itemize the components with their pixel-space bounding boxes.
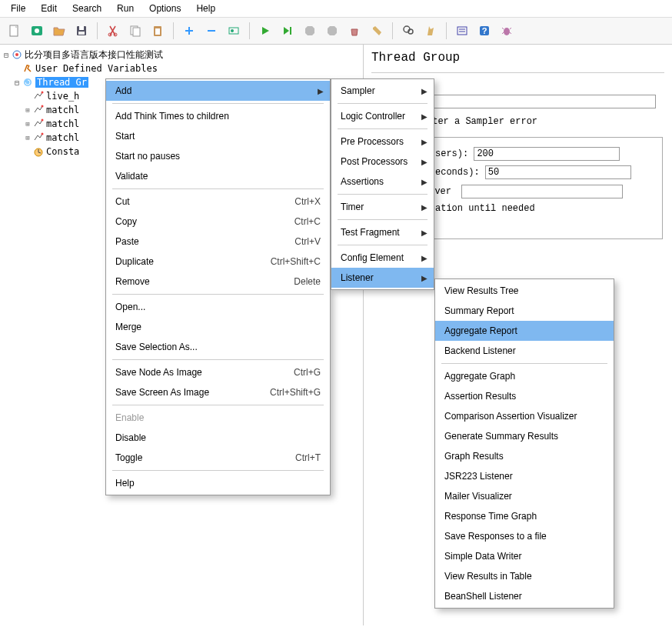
menu-item-label: Test Fragment [341, 227, 424, 238]
tree-udv[interactable]: User Defined Variables [2, 62, 361, 75]
menu-item[interactable]: DuplicateCtrl+Shift+C [106, 252, 330, 272]
help-icon[interactable]: ? [474, 21, 494, 41]
function-icon[interactable] [452, 21, 472, 41]
menu-item[interactable]: Open... [106, 297, 330, 317]
reset-search-icon[interactable] [421, 21, 441, 41]
collapse-icon[interactable] [201, 21, 221, 41]
context-menu: Add▶Add Think Times to childrenStartStar… [105, 78, 331, 495]
tree-toggle-icon[interactable]: ⊞ [23, 106, 32, 114]
menu-item[interactable]: Merge [106, 317, 330, 337]
menu-item[interactable]: Pre Processors▶ [331, 132, 434, 152]
expand-icon[interactable] [179, 21, 199, 41]
menu-item[interactable]: Listener▶ [331, 268, 434, 288]
toggle-icon[interactable] [224, 21, 244, 41]
menu-item[interactable]: Response Time Graph [435, 506, 614, 526]
context-submenu-add: Sampler▶Logic Controller▶Pre Processors▶… [331, 78, 434, 290]
menu-item[interactable]: Start [106, 126, 330, 146]
menu-search[interactable]: Search [65, 2, 109, 15]
tree-toggle-icon[interactable]: ⊞ [23, 134, 32, 142]
menu-options[interactable]: Options [141, 2, 188, 15]
menu-item[interactable]: PasteCtrl+V [106, 232, 330, 252]
menu-item-label: Save Selection As... [115, 342, 321, 352]
menu-item[interactable]: Save Selection As... [106, 337, 330, 357]
menu-file[interactable]: File [3, 2, 33, 15]
menu-item-label: Save Screen As Image [115, 387, 251, 398]
menu-item-label: BeanShell Listener [444, 591, 604, 602]
paste-icon[interactable] [148, 21, 168, 41]
menu-item[interactable]: Simple Data Writer [435, 546, 614, 566]
menu-item[interactable]: Save Responses to a file [435, 526, 614, 546]
clear-icon[interactable] [344, 21, 364, 41]
menu-item[interactable]: Validate [106, 166, 330, 186]
new-icon[interactable] [5, 21, 25, 41]
start-icon[interactable] [255, 21, 275, 41]
menu-item[interactable]: Help [106, 473, 330, 493]
menu-item[interactable]: JSR223 Listener [435, 466, 614, 486]
menu-help[interactable]: Help [188, 2, 223, 15]
tree-toggle-icon[interactable]: ⊞ [23, 120, 32, 128]
menu-separator [338, 128, 427, 129]
menu-item[interactable]: Sampler▶ [331, 81, 434, 101]
bug-icon[interactable] [497, 21, 517, 41]
cut-icon[interactable] [103, 21, 123, 41]
tree-toggle-icon[interactable]: ⊟ [12, 78, 22, 87]
menu-item[interactable]: Comparison Assertion Visualizer [435, 406, 614, 426]
menu-item[interactable]: Save Node As ImageCtrl+G [106, 362, 330, 382]
menu-separator [338, 219, 427, 220]
menu-item[interactable]: Save Screen As ImageCtrl+Shift+G [106, 382, 330, 402]
menu-item[interactable]: Backend Listener [435, 341, 614, 361]
menu-item[interactable]: Summary Report [435, 301, 614, 321]
tree-root[interactable]: ⊟ 比分项目多语言版本接口性能测试 [2, 48, 361, 62]
clearall-icon[interactable] [367, 21, 387, 41]
menu-item[interactable]: Add Think Times to children [106, 106, 330, 126]
menu-item[interactable]: CutCtrl+X [106, 192, 330, 212]
menu-item[interactable]: Assertions▶ [331, 172, 434, 192]
menu-item[interactable]: Start no pauses [106, 146, 330, 166]
menu-separator [112, 103, 324, 104]
menu-edit[interactable]: Edit [33, 2, 65, 15]
menu-separator [112, 294, 324, 295]
templates-icon[interactable] [27, 21, 47, 41]
menu-item[interactable]: Mailer Visualizer [435, 486, 614, 506]
menu-item[interactable]: Config Element▶ [331, 248, 434, 268]
menu-item-label: Toggle [115, 452, 277, 463]
menu-item[interactable]: RemoveDelete [106, 272, 330, 292]
menu-item[interactable]: Post Processors▶ [331, 152, 434, 172]
shutdown-icon[interactable] [322, 21, 342, 41]
menu-separator [112, 470, 324, 471]
start-noramp-icon[interactable] [278, 21, 298, 41]
search-icon[interactable] [398, 21, 418, 41]
menu-item[interactable]: ToggleCtrl+T [106, 448, 330, 468]
threads-input[interactable] [474, 147, 620, 161]
menu-item[interactable]: Add▶ [106, 81, 330, 101]
menu-shortcut: Ctrl+C [294, 216, 321, 227]
tree-toggle-icon[interactable]: ⊟ [2, 51, 11, 59]
menu-item[interactable]: View Results in Table [435, 566, 614, 586]
svg-rect-14 [290, 27, 291, 35]
stop-icon[interactable] [300, 21, 320, 41]
menu-item[interactable]: BeanShell Listener [435, 586, 614, 606]
menu-item[interactable]: Test Fragment▶ [331, 222, 434, 242]
menu-item[interactable]: Aggregate Graph [435, 366, 614, 386]
open-icon[interactable] [49, 21, 69, 41]
menu-item[interactable]: Timer▶ [331, 197, 434, 217]
svg-text:?: ? [482, 26, 487, 35]
menu-separator [112, 405, 324, 405]
menu-item-label: Copy [115, 216, 276, 227]
menu-item[interactable]: View Results Tree [435, 281, 614, 301]
menu-item-label: View Results in Table [444, 571, 604, 582]
menu-item[interactable]: Logic Controller▶ [331, 106, 434, 126]
menu-run[interactable]: Run [109, 2, 141, 15]
save-icon[interactable] [72, 21, 91, 41]
menu-item[interactable]: Disable [106, 428, 330, 448]
tree-label: User Defined Variables [35, 63, 158, 74]
menu-item[interactable]: Aggregate Report [435, 321, 614, 341]
menu-item[interactable]: Assertion Results [435, 386, 614, 406]
context-submenu-listener: View Results TreeSummary ReportAggregate… [434, 278, 614, 609]
loop-count-input[interactable] [461, 185, 623, 198]
copy-icon[interactable] [125, 21, 145, 41]
menu-item[interactable]: Graph Results [435, 446, 614, 466]
ramp-input[interactable] [485, 165, 631, 179]
menu-item[interactable]: CopyCtrl+C [106, 212, 330, 232]
menu-item[interactable]: Generate Summary Results [435, 426, 614, 446]
